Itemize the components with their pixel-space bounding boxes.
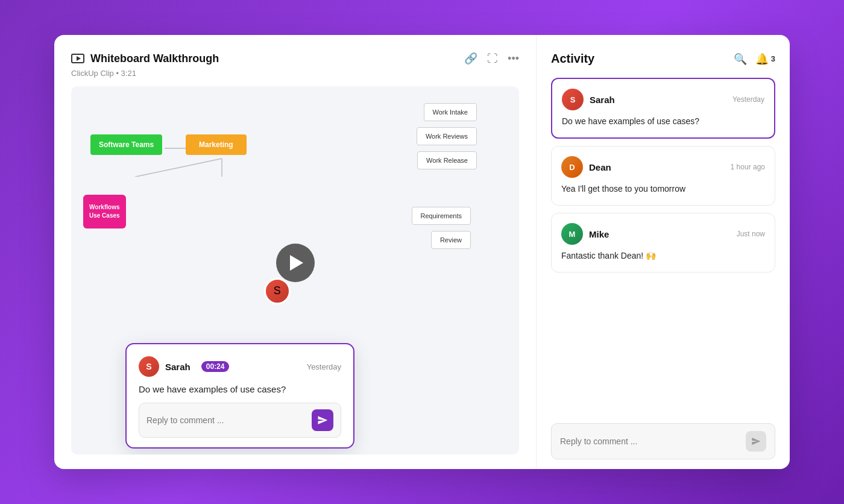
text-dean: Yea I'll get those to you tomorrow (561, 183, 765, 195)
box-requirements: Requirements (412, 207, 471, 225)
time-dean: 1 hour ago (731, 163, 765, 171)
popup-timestamp-badge: 00:24 (201, 361, 230, 372)
popup-comment-text: Do we have examples of use cases? (139, 384, 341, 394)
comment-card-mike: M Mike Just now Fantastic thank Dean! 🙌 (551, 213, 775, 272)
activity-title: Activity (551, 52, 594, 66)
reply-send-icon (751, 436, 761, 446)
video-title-area: Whiteboard Walkthrough (71, 52, 219, 65)
username-mike: Mike (589, 229, 609, 239)
right-panel: Activity 🔍 🔔 3 S Sarah Yesterday Do we h… (537, 35, 790, 469)
video-header: Whiteboard Walkthrough 🔗 ⛶ ••• (71, 52, 519, 65)
comment-popup-header: S Sarah 00:24 Yesterday (139, 356, 341, 377)
box-marketing: Marketing (186, 134, 247, 155)
comment-user-dean: D Dean (561, 156, 611, 178)
popup-send-button[interactable] (312, 409, 333, 431)
comment-header-sarah: S Sarah Yesterday (562, 89, 764, 110)
svg-line-7 (107, 159, 222, 177)
box-software-teams: Software Teams (90, 134, 162, 155)
reply-input-area (551, 423, 775, 459)
box-review: Review (431, 231, 471, 249)
video-actions: 🔗 ⛶ ••• (464, 52, 519, 65)
comments-list: S Sarah Yesterday Do we have examples of… (551, 78, 775, 415)
whiteboard-area: Software Teams Marketing Work Intake Wor… (71, 86, 519, 455)
text-sarah: Do we have examples of use cases? (562, 115, 764, 128)
avatar-mike: M (561, 223, 583, 245)
time-mike: Just now (737, 230, 765, 238)
popup-reply-input-area (139, 403, 341, 438)
box-pink-line2: Use Cases (89, 212, 120, 219)
username-sarah: Sarah (590, 95, 615, 105)
reply-input[interactable] (560, 436, 741, 446)
popup-username: Sarah (165, 362, 191, 372)
main-card: Whiteboard Walkthrough 🔗 ⛶ ••• ClickUp C… (54, 35, 790, 469)
popup-time: Yesterday (307, 362, 341, 371)
popup-reply-input[interactable] (146, 415, 307, 425)
popup-avatar: S (139, 356, 159, 377)
avatar-sarah: S (562, 89, 584, 110)
video-title: Whiteboard Walkthrough (90, 52, 219, 65)
box-work-release: Work Release (417, 151, 477, 169)
box-pink-line1: Workflows (89, 204, 119, 210)
diagram-avatar: S (264, 278, 291, 304)
video-subtitle: ClickUp Clip • 3:21 (71, 69, 519, 78)
notification-count: 3 (771, 54, 775, 63)
box-work-reviews: Work Reviews (417, 127, 477, 145)
comment-user-sarah: S Sarah (562, 89, 615, 110)
video-icon (71, 54, 84, 63)
reply-send-button[interactable] (746, 431, 766, 452)
box-work-intake: Work Intake (424, 103, 477, 121)
play-button[interactable] (276, 244, 315, 282)
comment-popup-user: S Sarah 00:24 (139, 356, 229, 377)
avatar-dean: D (561, 156, 583, 178)
text-mike: Fantastic thank Dean! 🙌 (561, 250, 765, 262)
bell-icon[interactable]: 🔔 3 (755, 52, 775, 66)
box-workflows: Workflows Use Cases (83, 195, 126, 228)
activity-actions: 🔍 🔔 3 (734, 52, 775, 66)
search-icon[interactable]: 🔍 (734, 52, 747, 66)
comment-user-mike: M Mike (561, 223, 609, 245)
more-icon[interactable]: ••• (508, 52, 519, 65)
link-icon[interactable]: 🔗 (464, 52, 477, 65)
username-dean: Dean (589, 162, 611, 172)
activity-header: Activity 🔍 🔔 3 (551, 52, 775, 66)
comment-card-sarah: S Sarah Yesterday Do we have examples of… (551, 78, 775, 139)
comment-header-dean: D Dean 1 hour ago (561, 156, 765, 178)
comment-popup: S Sarah 00:24 Yesterday Do we have examp… (125, 343, 354, 449)
comment-header-mike: M Mike Just now (561, 223, 765, 245)
comment-card-dean: D Dean 1 hour ago Yea I'll get those to … (551, 146, 775, 206)
left-panel: Whiteboard Walkthrough 🔗 ⛶ ••• ClickUp C… (54, 35, 537, 469)
fullscreen-icon[interactable]: ⛶ (487, 52, 498, 65)
send-icon (317, 415, 328, 426)
time-sarah: Yesterday (732, 95, 764, 104)
